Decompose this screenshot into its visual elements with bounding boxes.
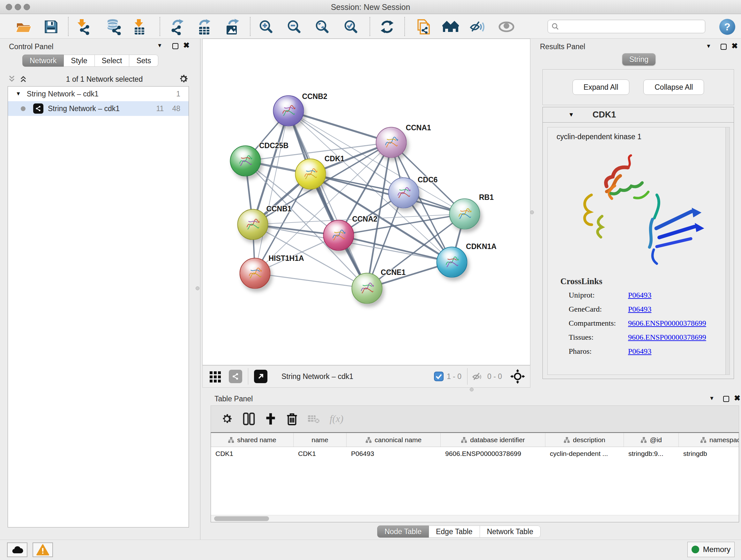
protein-structure-thumbnail xyxy=(454,206,476,224)
panel-close-button[interactable]: ✖ xyxy=(731,43,738,49)
network-options-gear-button[interactable] xyxy=(178,73,189,85)
cell-id: stringdb:9... xyxy=(624,447,679,460)
collapse-all-button[interactable]: Collapse All xyxy=(643,79,704,95)
refresh-view-button[interactable] xyxy=(378,18,396,36)
expand-all-networks-button[interactable] xyxy=(19,75,27,84)
network-canvas[interactable]: CCNB2CCNA1CDC25BCDK1CDC6RB1CCNB1CCNA2CDK… xyxy=(202,39,530,365)
save-session-button[interactable] xyxy=(42,18,60,36)
genecard-link[interactable]: P06493 xyxy=(628,305,651,314)
selected-nodes-checkbox[interactable] xyxy=(434,372,444,381)
tab-node-table[interactable]: Node Table xyxy=(377,525,429,538)
memory-status-dot xyxy=(691,546,699,553)
birds-eye-view-button[interactable] xyxy=(497,18,515,36)
import-table-file-button[interactable] xyxy=(130,18,148,36)
tab-style[interactable]: Style xyxy=(64,55,94,67)
network-view-list-button[interactable] xyxy=(229,370,242,383)
show-columns-button[interactable] xyxy=(243,412,255,426)
panel-float-button[interactable] xyxy=(172,43,179,49)
network-row[interactable]: String Network – cdk1 11 48 xyxy=(8,101,189,116)
cloud-services-button[interactable] xyxy=(7,543,27,557)
export-network-button[interactable] xyxy=(168,18,186,36)
panel-float-button[interactable] xyxy=(723,396,729,402)
zoom-out-button[interactable] xyxy=(285,18,303,36)
results-scrollbar[interactable] xyxy=(725,127,730,375)
network-node-ccnb1[interactable] xyxy=(238,209,268,240)
clone-network-button[interactable] xyxy=(414,18,432,36)
network-node-cdc25b[interactable] xyxy=(230,145,261,177)
import-network-database-button[interactable] xyxy=(105,18,123,36)
fit-content-button[interactable] xyxy=(510,369,525,384)
column-header-canonical-name[interactable]: canonical name xyxy=(347,433,441,447)
network-node-cdkn1a[interactable] xyxy=(436,247,468,278)
panel-menu-button[interactable]: ▼ xyxy=(157,43,162,49)
panel-menu-button[interactable]: ▼ xyxy=(709,395,715,401)
hidden-items-button[interactable] xyxy=(471,371,484,382)
help-button[interactable]: ? xyxy=(719,19,735,35)
right-splitter-handle[interactable] xyxy=(530,210,534,214)
network-node-cdk1[interactable] xyxy=(295,159,326,190)
network-node-hist1h1a[interactable] xyxy=(240,258,271,289)
memory-button[interactable]: Memory xyxy=(687,542,735,557)
zoom-fit-button[interactable] xyxy=(313,18,331,36)
export-image-button[interactable] xyxy=(223,18,241,36)
network-node-cdc6[interactable] xyxy=(388,178,419,208)
network-collection-row[interactable]: ▼ String Network – cdk1 1 xyxy=(8,86,189,101)
column-header-description[interactable]: description xyxy=(545,433,624,447)
warning-icon xyxy=(37,544,49,556)
tab-network[interactable]: Network xyxy=(22,55,64,67)
collapse-all-networks-button[interactable] xyxy=(8,75,16,84)
open-session-button[interactable] xyxy=(14,18,32,36)
tab-network-table[interactable]: Network Table xyxy=(480,525,541,538)
zoom-fit-icon xyxy=(315,19,330,35)
panel-close-button[interactable]: ✖ xyxy=(183,42,190,49)
warnings-button[interactable] xyxy=(32,543,53,557)
tissues-link[interactable]: 9606.ENSP00000378699 xyxy=(628,333,706,341)
panel-menu-button[interactable]: ▼ xyxy=(706,43,711,50)
tab-edge-table[interactable]: Edge Table xyxy=(429,525,480,538)
double-chevron-down-icon xyxy=(8,75,16,83)
column-header-namespace[interactable]: namespac xyxy=(679,433,739,447)
table-row[interactable]: CDK1 CDK1 P06493 9606.ENSP00000378699 cy… xyxy=(211,447,739,460)
column-header-name[interactable]: name xyxy=(293,433,347,447)
tab-sets[interactable]: Sets xyxy=(129,55,158,67)
pharos-link[interactable]: P06493 xyxy=(628,347,651,356)
expand-all-button[interactable]: Expand All xyxy=(572,79,630,95)
scrollbar-thumb[interactable] xyxy=(214,516,269,521)
eye-slash-icon xyxy=(469,19,486,35)
network-node-ccne1[interactable] xyxy=(352,273,383,304)
delete-column-button[interactable] xyxy=(286,412,298,426)
column-header-database-identifier[interactable]: database identifier xyxy=(441,433,545,447)
collection-count: 1 xyxy=(176,90,180,98)
tab-select[interactable]: Select xyxy=(95,55,130,67)
protein-structure-thumbnail xyxy=(245,265,266,283)
import-network-file-button[interactable] xyxy=(74,18,92,36)
detach-view-button[interactable] xyxy=(254,370,267,383)
welcome-screen-button[interactable] xyxy=(442,18,460,36)
column-header-shared-name[interactable]: shared name xyxy=(211,433,293,447)
zoom-in-button[interactable] xyxy=(257,18,275,36)
table-column-headers: shared name name canonical name database… xyxy=(211,433,739,447)
export-table-button[interactable] xyxy=(195,18,213,36)
export-network-icon xyxy=(170,18,185,35)
hide-graphics-details-button[interactable] xyxy=(469,18,487,36)
panel-float-button[interactable] xyxy=(721,44,727,50)
tab-string[interactable]: String xyxy=(622,53,656,65)
horizontal-splitter-handle[interactable] xyxy=(470,388,474,391)
gene-description: cyclin-dependent kinase 1 xyxy=(548,127,730,141)
grid-view-button[interactable] xyxy=(209,370,222,383)
panel-close-button[interactable]: ✖ xyxy=(734,395,740,401)
network-node-ccna1[interactable] xyxy=(376,127,407,158)
left-splitter-handle[interactable] xyxy=(196,287,199,290)
network-node-ccnb2[interactable] xyxy=(273,96,304,126)
zoom-selected-button[interactable] xyxy=(342,18,360,36)
uniprot-link[interactable]: P06493 xyxy=(628,291,651,300)
compartments-link[interactable]: 9606.ENSP00000378699 xyxy=(628,319,706,327)
network-node-ccna2[interactable] xyxy=(323,220,354,251)
column-header-id[interactable]: @id xyxy=(624,433,679,447)
collapse-entry-button[interactable]: ▼ xyxy=(568,111,574,118)
network-node-rb1[interactable] xyxy=(449,199,480,230)
add-column-button[interactable] xyxy=(265,412,277,426)
search-input[interactable] xyxy=(559,22,705,30)
import-table-icon xyxy=(132,18,146,35)
table-options-gear-button[interactable] xyxy=(220,413,233,425)
